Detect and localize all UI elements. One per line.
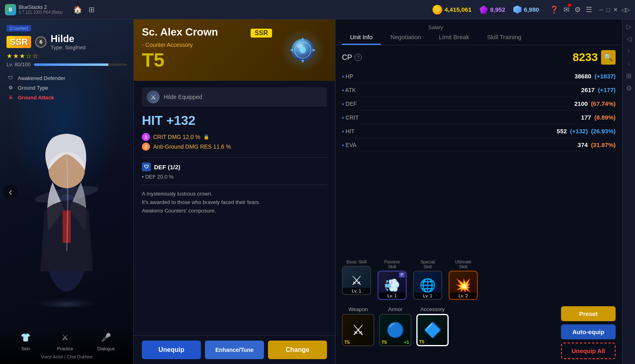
equip-area: Weapon ⚔ T5 Armor 🔵 T5 +1 Accessory 🔷 T5… [335, 303, 622, 364]
tab-skill-training[interactable]: Skill Training [479, 30, 530, 45]
stat-row-atk: ATK 2617 (+177) [342, 83, 616, 97]
stat-name: DEF [342, 101, 357, 107]
stat-bonus2: (26.93%) [591, 128, 616, 135]
lv-label: Lv. 80/100 [6, 61, 31, 67]
sidebar-icon-2[interactable]: ◁ [627, 35, 631, 43]
sidebar-icon-6[interactable]: ⚙ [626, 84, 632, 92]
equip-slots: Weapon ⚔ T5 Armor 🔵 T5 +1 Accessory 🔷 T5 [342, 306, 449, 346]
maximize-button[interactable]: □ [607, 6, 610, 13]
app-logo: B BlueStacks 2 5.7.121.1001 P64 (Beta) [5, 4, 63, 15]
sidebar-icon-3[interactable]: ↑ [627, 48, 631, 55]
passive-icon: 🛡 [142, 162, 151, 171]
skill-icon-special[interactable]: 🌐 Lv. 1 [413, 271, 442, 300]
enhance-tune-button[interactable]: Enhance/Tune [205, 341, 264, 359]
equipped-by-row: ⚔ Hilde Equipped [142, 87, 327, 107]
unit-name: Hilde [51, 33, 86, 44]
faction-badge: [Counter] [6, 25, 31, 32]
unequip-all-button[interactable]: Unequip All [561, 343, 616, 359]
ground-type-icon: ⚙ [6, 84, 15, 92]
stats-area: CP ? 8233 🔍 HP 38680 (+1837) ATK 2617 (+… [335, 45, 622, 256]
lv-current: 80 [15, 61, 20, 67]
sidebar-icon-5[interactable]: ⊞ [626, 72, 631, 80]
stat-row-def: DEF 2100 (67.74%) [342, 97, 616, 111]
stats-container: HP 38680 (+1837) ATK 2617 (+177) DEF 210… [342, 69, 616, 152]
skin-icon: 👕 [19, 330, 33, 345]
cp-search-button[interactable]: 🔍 [601, 50, 616, 65]
close-button[interactable]: ✕ [613, 6, 618, 13]
blue-crystal-amount: 6,980 [524, 6, 539, 13]
nav-prev-button[interactable]: ‹ [3, 185, 18, 199]
expand-button[interactable]: ◁▷ [621, 6, 630, 13]
top-actions: ❓ ✉ ⚙ ☰ [550, 5, 592, 14]
skill-icon-passive[interactable]: 💨 P Lv. 1 [378, 271, 407, 300]
cp-label-text: CP [342, 53, 352, 62]
skill-label-ultimate: UltimateSkill [455, 259, 471, 269]
skin-button[interactable]: 👕 Skin [19, 330, 33, 351]
lv-max: 100 [22, 61, 31, 67]
practice-button[interactable]: ⚔ Practice [57, 330, 73, 351]
equip-slot-armor[interactable]: 🔵 T5 +1 [379, 314, 411, 346]
sidebar-icon-1[interactable]: ▷ [627, 23, 631, 30]
stat-base: 2100 [574, 100, 588, 107]
skill-icon-basic[interactable]: ⚔ Lv. 1 [342, 266, 371, 295]
stat-values: 374 (31.87%) [578, 141, 616, 148]
item-description: A mysteriously lustrous crown.It's award… [142, 190, 327, 215]
cp-help-icon[interactable]: ? [354, 54, 362, 61]
trait-ground-type: ⚙ Ground Type [6, 84, 127, 92]
cp-label: CP ? [342, 53, 362, 62]
unit-name-type: Hilde Type: Siegfried [51, 33, 86, 50]
change-button[interactable]: Change [268, 341, 327, 359]
trait-ground-type-label: Ground Type [18, 85, 48, 91]
substat-2-name: Anti-Ground DMG RES 11.6 % [153, 143, 231, 150]
equip-slot-accessory[interactable]: 🔷 T5 [416, 314, 449, 346]
stat-row-crit: CRIT 177 (8.89%) [342, 111, 616, 124]
mail-icon[interactable]: ✉ [563, 5, 570, 14]
skin-label: Skin [21, 346, 30, 351]
lv-bar-row: Lv. 80/100 [6, 61, 127, 67]
tab-unit-info[interactable]: Unit Info [342, 30, 381, 45]
tab-bar: Salary Unit Info Negotiation Limit Break… [335, 19, 622, 45]
equip-slot-weapon[interactable]: ⚔ T5 [342, 314, 374, 346]
stat-bonus: (+132) [570, 128, 588, 135]
tab-negotiation[interactable]: Negotiation [382, 30, 429, 45]
skill-label-passive: PassiveSkill [384, 259, 400, 269]
equipped-avatar: ⚔ [147, 90, 160, 103]
skill-level-basic: Lv. 1 [343, 288, 370, 294]
stat-base: 2617 [581, 86, 595, 93]
skill-icon-ultimate[interactable]: 💥 Lv. 2 [449, 271, 478, 300]
settings-icon[interactable]: ⚙ [574, 5, 581, 14]
stat-name: ATK [342, 87, 356, 93]
ssr-row: SSR 6 Hilde Type: Siegfried [6, 33, 127, 50]
minimize-button[interactable]: ─ [599, 6, 603, 13]
coin-icon: 🪙 [432, 5, 442, 15]
auto-equip-button[interactable]: Auto-equip [561, 324, 616, 339]
item-image-area [278, 26, 327, 74]
help-icon[interactable]: ❓ [550, 5, 559, 14]
purple-gem-currency: 8,952 [480, 6, 506, 14]
item-tier: T5 [142, 50, 272, 70]
stat-base: 552 [557, 128, 567, 135]
stat-name: CRIT [342, 114, 359, 121]
unit-type: Type: Siegfried [51, 44, 86, 50]
skill-group-ultimate: UltimateSkill 💥 Lv. 2 [449, 259, 478, 300]
grid-icon[interactable]: ⊞ [89, 5, 95, 14]
stat-base: 374 [578, 141, 588, 148]
dialogue-button[interactable]: 🎤 Dialogue [97, 330, 115, 351]
stat-row-hp: HP 38680 (+1837) [342, 69, 616, 83]
unequip-button[interactable]: Unequip [142, 341, 201, 359]
lock-icon: 🔒 [203, 134, 209, 140]
home-icon[interactable]: 🏠 [73, 5, 82, 14]
menu-icon[interactable]: ☰ [586, 5, 592, 14]
shield-icon: 🛡 [6, 74, 15, 82]
preset-button[interactable]: Preset [561, 306, 616, 321]
top-bar: B BlueStacks 2 5.7.121.1001 P64 (Beta) 🏠… [0, 0, 635, 19]
practice-label: Practice [57, 346, 73, 351]
passive-section: 🛡 DEF (1/2) ▪ DEF 20.0 % [142, 162, 327, 180]
skill-grid: Basic Skill ⚔ Lv. 1 PassiveSkill 💨 P Lv.… [342, 259, 616, 300]
bottom-icon-row: 👕 Skin ⚔ Practice 🎤 Dialogue [6, 330, 127, 351]
item-name: Sc. Alex Crown [142, 26, 218, 38]
equipped-name: Hilde Equipped [164, 94, 202, 100]
sidebar-icon-4[interactable]: ↓ [627, 60, 631, 67]
equip-slot-label-1: Armor [388, 306, 402, 312]
tab-limit-break[interactable]: Limit Break [431, 30, 477, 45]
